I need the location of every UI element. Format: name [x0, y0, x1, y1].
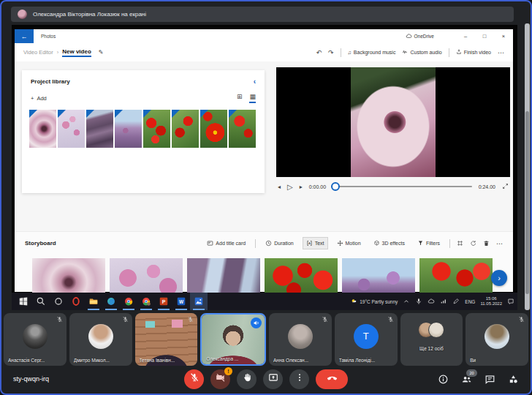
background-music-button[interactable]: ♫ Background music: [348, 50, 396, 55]
taskbar-search-icon[interactable]: [32, 293, 50, 310]
next-frame-button[interactable]: ▸: [300, 184, 303, 190]
taskbar-explorer-icon[interactable]: [85, 293, 102, 310]
raise-hand-button[interactable]: [237, 369, 256, 389]
divider: [341, 48, 341, 57]
taskbar-opera-icon[interactable]: [67, 293, 85, 310]
participant-tile-1[interactable]: Анастасія Серг...: [4, 313, 66, 366]
library-thumbnail-magnolia-light[interactable]: [58, 110, 85, 148]
taskbar-cortana-icon[interactable]: [50, 293, 67, 310]
breadcrumb-separator: ›: [57, 49, 59, 56]
scrollbar-thumb[interactable]: [525, 111, 529, 294]
breadcrumb-video-editor[interactable]: Video Editor: [23, 49, 53, 56]
storyboard-tool-effects[interactable]: 3D effects: [370, 238, 408, 249]
participant-tile-3[interactable]: Тетяна Іванівн...: [135, 313, 198, 366]
participant-name: Ще 12 осіб: [400, 346, 463, 351]
rename-icon[interactable]: ✎: [99, 49, 104, 56]
more-options-button[interactable]: ⋯: [498, 49, 504, 56]
grid-view-button[interactable]: ⊞: [237, 94, 243, 103]
seek-slider-thumb[interactable]: [331, 182, 340, 191]
storyboard-tool-motion[interactable]: Motion: [334, 238, 364, 249]
present-button[interactable]: [263, 369, 283, 389]
undo-button[interactable]: ↶: [316, 49, 322, 56]
onedrive-button[interactable]: OneDrive: [406, 33, 434, 40]
fullscreen-icon[interactable]: [502, 183, 509, 191]
minimize-button[interactable]: –: [456, 29, 475, 43]
participant-tile-6[interactable]: ТТаміла Леоніді...: [335, 313, 398, 366]
overflow-avatars: [421, 322, 441, 338]
play-button[interactable]: ▷: [287, 183, 293, 191]
taskbar-start-icon[interactable]: [15, 293, 32, 310]
more-options-button[interactable]: [289, 369, 309, 389]
participant-tile-4[interactable]: Олександра ...: [200, 313, 266, 366]
taskbar-edge-icon[interactable]: [102, 293, 120, 310]
participant-name: Таміла Леоніді...: [339, 358, 376, 363]
effects-icon: [373, 240, 380, 247]
add-title-card-button[interactable]: Add title card: [204, 238, 248, 249]
library-thumbnail-magnolia-closeup[interactable]: [29, 110, 56, 148]
storyboard-section: Storyboard Add title card DurationATextM…: [15, 231, 513, 292]
action-center-icon[interactable]: [507, 298, 514, 305]
mic-toggle-button[interactable]: [184, 369, 204, 389]
storyboard-more-button[interactable]: ⋯: [496, 240, 503, 247]
storyboard-tool-clock[interactable]: Duration: [262, 238, 296, 249]
participant-tile-7[interactable]: Ще 12 осіб: [400, 313, 463, 366]
taskbar-photos-app-icon[interactable]: [190, 293, 208, 310]
weather-widget[interactable]: 19°C Partly sunny: [350, 298, 398, 305]
language-indicator[interactable]: ENG: [465, 299, 475, 304]
collapse-chevron-icon[interactable]: ‹: [254, 78, 256, 86]
taskbar-powerpoint-icon[interactable]: P: [155, 293, 172, 310]
back-button[interactable]: ←: [15, 29, 34, 43]
taskbar-clock[interactable]: 15:06 11.05.2022: [480, 296, 502, 307]
participant-tile-5[interactable]: Анна Олексан...: [269, 313, 332, 366]
mic-off-icon: [122, 316, 129, 323]
tray-mic-icon[interactable]: [415, 298, 422, 305]
tray-pen-icon[interactable]: [452, 298, 460, 305]
tool-label: Duration: [274, 241, 293, 246]
library-thumbnail-tulips-a[interactable]: [143, 110, 170, 148]
taskbar-chrome2-icon[interactable]: [137, 293, 155, 310]
taskbar-chrome-icon[interactable]: [120, 293, 137, 310]
custom-audio-button[interactable]: Custom audio: [402, 49, 441, 56]
camera-toggle-button[interactable]: !: [210, 369, 230, 389]
participant-tile-2[interactable]: Дмитро Микол...: [69, 313, 132, 366]
activities-button[interactable]: [508, 374, 519, 385]
close-button[interactable]: ×: [494, 29, 513, 43]
storyboard-next-button[interactable]: ›: [491, 270, 507, 286]
library-thumbnail-magnolia-tree[interactable]: [115, 110, 142, 148]
tray-network-icon[interactable]: [440, 298, 447, 305]
library-thumbnail-magnolia-branch[interactable]: [86, 110, 113, 148]
meet-window: Олександра Вікторівна Локазюк на екрані …: [0, 0, 532, 395]
tab-new-video[interactable]: New video: [62, 48, 91, 57]
redo-button[interactable]: ↷: [328, 49, 334, 56]
meeting-code: sty-qwqn-irq: [13, 375, 49, 383]
library-thumbnail-tulips-b[interactable]: [172, 110, 199, 148]
storyboard-tool-text[interactable]: AText: [303, 238, 327, 249]
taskbar-word-icon[interactable]: W: [172, 293, 190, 310]
delete-icon[interactable]: [483, 240, 490, 247]
tray-expand-icon[interactable]: [403, 298, 410, 305]
storyboard-tool-filters[interactable]: Filters: [414, 238, 443, 249]
avatar: [428, 322, 444, 338]
chat-button[interactable]: [484, 374, 495, 385]
resize-icon[interactable]: [457, 240, 463, 247]
app-title: Photos: [41, 34, 56, 39]
rotate-icon[interactable]: [470, 240, 476, 247]
seek-slider[interactable]: [332, 186, 472, 187]
add-button[interactable]: + Add: [31, 95, 47, 102]
scrollbar[interactable]: [525, 23, 530, 310]
meeting-details-button[interactable]: [438, 374, 449, 385]
tray-onedrive-icon[interactable]: [428, 298, 435, 305]
taskbar-apps: PW: [15, 293, 208, 310]
previous-frame-button[interactable]: ◂: [278, 184, 281, 190]
mic-off-icon: [322, 316, 328, 323]
end-call-button[interactable]: [316, 369, 348, 389]
participant-name: Олександра ...: [206, 356, 238, 361]
show-everyone-button[interactable]: 20: [461, 374, 472, 385]
finish-video-button[interactable]: Finish video: [456, 49, 491, 56]
mic-off-icon: [187, 316, 194, 323]
library-thumbnail-tulips-c[interactable]: [229, 110, 256, 148]
list-view-button[interactable]: ▦: [249, 94, 256, 103]
participant-tile-8[interactable]: Ви: [466, 313, 528, 366]
library-thumbnail-tulip-big[interactable]: [200, 110, 227, 148]
maximize-button[interactable]: □: [475, 29, 494, 43]
